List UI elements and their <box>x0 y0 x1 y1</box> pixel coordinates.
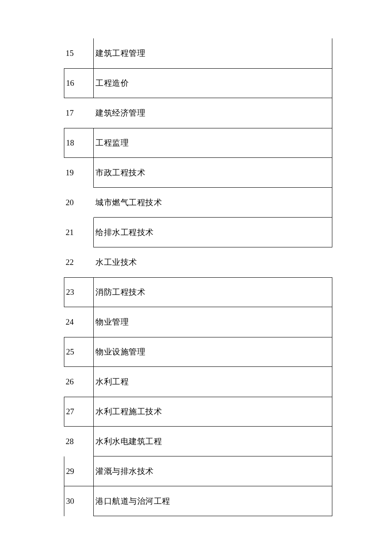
row-text: 城市燃气工程技术 <box>94 188 332 218</box>
row-text: 水工业技术 <box>94 247 332 277</box>
row-number: 22 <box>64 247 94 277</box>
row-number: 18 <box>64 128 94 158</box>
row-number: 30 <box>64 486 94 516</box>
row-text: 灌溉与排水技术 <box>94 456 332 486</box>
row-text: 消防工程技术 <box>94 277 332 307</box>
row-number: 28 <box>64 427 94 456</box>
row-text: 物业设施管理 <box>94 337 332 367</box>
table-row: 26 水利工程 <box>64 367 332 397</box>
table-row: 25 物业设施管理 <box>64 337 332 367</box>
row-text: 水利水电建筑工程 <box>94 427 332 456</box>
row-number: 21 <box>64 218 94 247</box>
table-row: 24 物业管理 <box>64 307 332 337</box>
row-text: 建筑工程管理 <box>94 38 332 68</box>
row-text: 给排水工程技术 <box>94 218 332 247</box>
row-number: 27 <box>64 397 94 427</box>
table-row: 17 建筑经济管理 <box>64 98 332 128</box>
row-number: 29 <box>64 456 94 486</box>
row-number: 25 <box>64 337 94 367</box>
row-text: 水利工程 <box>94 367 332 397</box>
row-text: 水利工程施工技术 <box>94 397 332 427</box>
table-row: 16 工程造价 <box>64 68 332 98</box>
table-row: 21 给排水工程技术 <box>64 218 332 247</box>
table-row: 20 城市燃气工程技术 <box>64 188 332 218</box>
table-row: 30 港口航道与治河工程 <box>64 486 332 516</box>
table-row: 19 市政工程技术 <box>64 158 332 188</box>
document-table: 15 建筑工程管理 16 工程造价 17 建筑经济管理 18 工程监理 19 市… <box>0 0 392 555</box>
row-text: 港口航道与治河工程 <box>94 486 332 516</box>
row-number: 23 <box>64 277 94 307</box>
table-row: 27 水利工程施工技术 <box>64 397 332 427</box>
table-row: 29 灌溉与排水技术 <box>64 456 332 486</box>
row-text: 工程造价 <box>94 68 332 98</box>
row-number: 16 <box>64 68 94 98</box>
table-row: 22 水工业技术 <box>64 247 332 277</box>
row-number: 17 <box>64 98 94 128</box>
table-row: 15 建筑工程管理 <box>64 38 332 68</box>
table-row: 28 水利水电建筑工程 <box>64 427 332 456</box>
table-row: 23 消防工程技术 <box>64 277 332 307</box>
row-number: 24 <box>64 307 94 337</box>
row-number: 19 <box>64 158 94 188</box>
row-number: 20 <box>64 188 94 218</box>
row-text: 工程监理 <box>94 128 332 158</box>
table-row: 18 工程监理 <box>64 128 332 158</box>
row-number: 26 <box>64 367 94 397</box>
row-text: 市政工程技术 <box>94 158 332 188</box>
row-text: 建筑经济管理 <box>94 98 332 128</box>
row-number: 15 <box>64 38 94 68</box>
row-text: 物业管理 <box>94 307 332 337</box>
